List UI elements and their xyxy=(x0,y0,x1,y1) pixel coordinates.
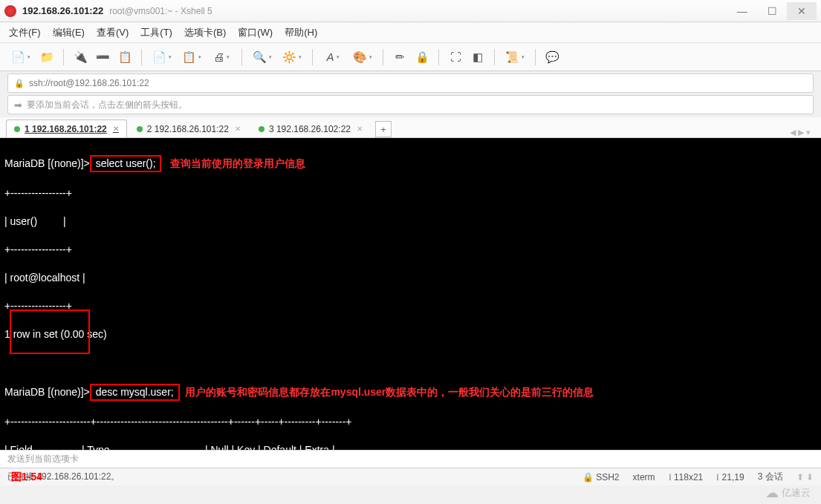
minimize-button[interactable]: — xyxy=(727,2,757,20)
command-highlight: desc mysql.user; xyxy=(90,384,180,401)
toolbar-separator xyxy=(438,49,439,65)
status-dot-icon xyxy=(259,126,265,132)
terminal-line xyxy=(4,356,817,370)
annotation: 用户的账号和密码信息都存放在mysql.user数据表中的，一般我们关心的是前三… xyxy=(185,386,594,398)
menu-bar: 文件(F) 编辑(E) 查看(V) 工具(T) 选项卡(B) 窗口(W) 帮助(… xyxy=(0,22,821,43)
open-button[interactable]: 📁 xyxy=(37,48,56,67)
menu-help[interactable]: 帮助(H) xyxy=(285,26,317,39)
forum-button[interactable]: 💬 xyxy=(542,48,562,67)
tab-nav[interactable]: ◀ ▶ ▾ xyxy=(785,128,815,137)
paste-button[interactable]: 📋 xyxy=(178,48,205,67)
terminal-line: | root@localhost | xyxy=(4,271,817,285)
transparent-button[interactable]: ◧ xyxy=(468,48,487,67)
lock-icon: 🔒 xyxy=(14,79,25,88)
toolbar-separator xyxy=(241,49,242,65)
toolbar: 📄 📁 🔌 ➖ 📋 📄 📋 🖨 🔍 🔆 A 🎨 ✏ 🔒 ⛶ ◧ 📜 💬 xyxy=(0,43,821,71)
session-tabs: 1 192.168.26.101:22 ✕ 2 192.168.26.101:2… xyxy=(0,117,821,138)
session-tab-3[interactable]: 3 192.168.26.102:22 ✕ xyxy=(250,120,371,137)
session-tab-2[interactable]: 2 192.168.26.101:22 ✕ xyxy=(129,120,249,137)
highlight-button[interactable]: 🔆 xyxy=(279,48,305,67)
tab-label: 2 192.168.26.101:22 xyxy=(147,124,229,134)
input-hint-bar[interactable]: 发送到当前选项卡 xyxy=(0,450,821,468)
reconnect-button[interactable]: 🔌 xyxy=(71,48,90,67)
terminal-line: +----------------+ xyxy=(4,243,817,257)
arrow-icon[interactable]: ➡ xyxy=(14,99,22,111)
title-bar: 192.168.26.101:22 root@vms001:~ - Xshell… xyxy=(0,0,821,22)
status-bar: 已连接 192.168.26.101:22。 🔒 SSH2 xterm ⁞ 11… xyxy=(0,468,821,485)
terminal-line: 1 row in set (0.00 sec) xyxy=(4,327,817,341)
status-connection: 已连接 192.168.26.101:22。 xyxy=(7,471,569,483)
tab-label: 1 192.168.26.101:22 xyxy=(25,124,107,134)
window-subtitle: root@vms001:~ - Xshell 5 xyxy=(109,6,212,16)
color-button[interactable]: 🎨 xyxy=(349,48,376,67)
hint-bar: ➡ 要添加当前会话，点击左侧的箭头按钮。 xyxy=(7,95,814,114)
add-tab-button[interactable]: + xyxy=(375,121,392,137)
status-protocol: 🔒 SSH2 xyxy=(583,472,620,482)
tab-label: 3 192.168.26.102:22 xyxy=(269,124,351,134)
menu-file[interactable]: 文件(F) xyxy=(9,26,41,39)
command-highlight: select user(); xyxy=(90,155,162,172)
properties-button[interactable]: 📋 xyxy=(115,48,134,67)
status-size: ⁞ 118x21 xyxy=(669,472,704,482)
watermark-text: 亿速云 xyxy=(782,486,811,500)
new-session-button[interactable]: 📄 xyxy=(7,48,34,67)
fields-highlight-box xyxy=(10,310,90,354)
terminal-line: +-----------------------+---------------… xyxy=(4,415,817,429)
terminal-line: | user() | xyxy=(4,215,817,229)
window-controls: — ☐ ✕ xyxy=(727,2,817,20)
toolbar-separator xyxy=(63,49,64,65)
toolbar-separator xyxy=(535,49,536,65)
input-hint-text: 发送到当前选项卡 xyxy=(7,453,79,465)
tab-close-icon[interactable]: ✕ xyxy=(357,125,363,133)
terminal-line: +----------------+ xyxy=(4,186,817,200)
script-button[interactable]: 📜 xyxy=(502,48,528,67)
address-text: ssh://root@192.168.26.101:22 xyxy=(29,78,149,88)
font-button[interactable]: A xyxy=(319,48,346,67)
find-button[interactable]: 🔍 xyxy=(249,48,276,67)
terminal-line: MariaDB [(none)]> select user(); 查询当前使用的… xyxy=(4,155,817,172)
status-cursor: ⁞ 21,19 xyxy=(716,472,744,482)
maximize-button[interactable]: ☐ xyxy=(757,2,787,20)
app-icon xyxy=(4,5,16,17)
status-arrows[interactable]: ⬆ ⬇ xyxy=(796,472,814,482)
terminal-line: +----------------+ xyxy=(4,299,817,313)
status-dot-icon xyxy=(137,126,143,132)
session-tab-1[interactable]: 1 192.168.26.101:22 ✕ xyxy=(6,120,127,137)
disconnect-button[interactable]: ➖ xyxy=(93,48,112,67)
watermark: ☁ 亿速云 xyxy=(765,485,811,501)
window-title: 192.168.26.101:22 xyxy=(22,5,103,16)
terminal-line: | Field | Type | Null | Key | Default | … xyxy=(4,443,817,450)
toolbar-separator xyxy=(494,49,495,65)
close-button[interactable]: ✕ xyxy=(787,2,817,20)
status-sessions: 3 会话 xyxy=(758,471,783,483)
menu-view[interactable]: 查看(V) xyxy=(97,26,129,39)
print-button[interactable]: 🖨 xyxy=(208,48,235,67)
tab-close-icon[interactable]: ✕ xyxy=(235,125,241,133)
copy-button[interactable]: 📄 xyxy=(149,48,175,67)
toolbar-separator xyxy=(383,49,383,65)
menu-tabs[interactable]: 选项卡(B) xyxy=(184,26,226,39)
menu-window[interactable]: 窗口(W) xyxy=(238,26,273,39)
annotation: 查询当前使用的登录用户信息 xyxy=(170,157,305,169)
toolbar-separator xyxy=(312,49,313,65)
status-dot-icon xyxy=(14,126,20,132)
status-term: xterm xyxy=(633,472,655,482)
figure-label: 图1-54 xyxy=(11,471,42,484)
hint-text: 要添加当前会话，点击左侧的箭头按钮。 xyxy=(27,99,187,111)
lock-button[interactable]: 🔒 xyxy=(412,48,432,67)
address-bar[interactable]: 🔒 ssh://root@192.168.26.101:22 xyxy=(7,73,814,93)
toolbar-separator xyxy=(141,49,142,65)
terminal[interactable]: MariaDB [(none)]> select user(); 查询当前使用的… xyxy=(0,138,821,450)
terminal-line: MariaDB [(none)]> desc mysql.user; 用户的账号… xyxy=(4,384,817,401)
cloud-icon: ☁ xyxy=(765,485,779,501)
compose-button[interactable]: ✏ xyxy=(390,48,409,67)
tab-close-icon[interactable]: ✕ xyxy=(113,125,119,133)
menu-edit[interactable]: 编辑(E) xyxy=(53,26,85,39)
fullscreen-button[interactable]: ⛶ xyxy=(446,48,465,67)
menu-tools[interactable]: 工具(T) xyxy=(140,26,172,39)
